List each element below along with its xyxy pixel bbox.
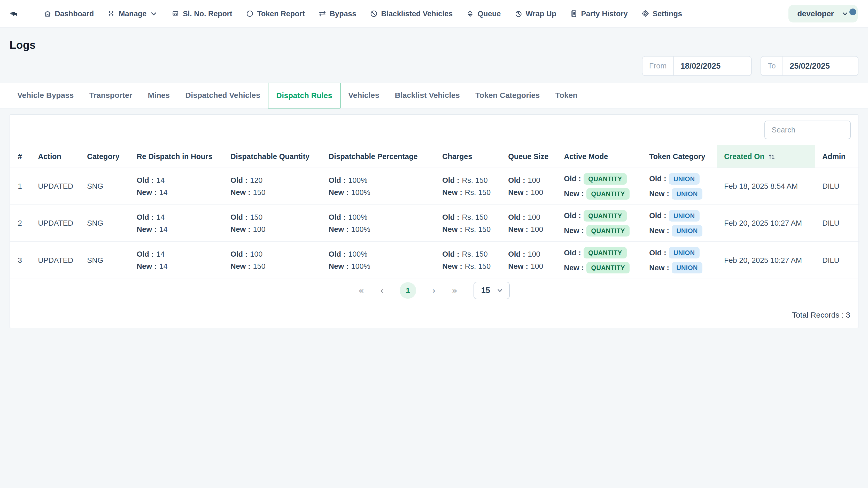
nav-item-label: Party History	[581, 9, 628, 18]
column-header-percentage: Dispatchable Percentage	[321, 145, 435, 168]
history-icon	[514, 9, 523, 18]
prev-page-button[interactable]: ‹	[380, 286, 383, 295]
column-header-charges: Charges	[435, 145, 501, 168]
cell-action: UPDATED	[31, 205, 80, 242]
nav-item-bypass[interactable]: Bypass	[312, 9, 363, 18]
nav-item-sl-no-report[interactable]: Sl. No. Report	[164, 9, 239, 18]
value-text: 100	[531, 188, 543, 197]
old-new-label: Old :	[230, 250, 247, 258]
cell-redispatch: Old :14New :14	[129, 168, 223, 205]
value-text: Rs. 150	[462, 176, 488, 185]
brand-logo[interactable]	[10, 9, 19, 18]
old-new-line: New :UNION	[649, 225, 717, 236]
value-badge: UNION	[669, 210, 700, 222]
old-new-line: New :Rs. 150	[442, 262, 501, 270]
old-new-label: Old :	[564, 249, 581, 257]
chevron-down-icon	[496, 287, 503, 294]
column-header-category: Category	[80, 145, 129, 168]
old-new-line: New :100	[508, 262, 557, 270]
cell-token_category: Old :UNIONNew :UNION	[642, 205, 717, 242]
old-new-label: New :	[508, 225, 528, 234]
nav-item-wrap-up[interactable]: Wrap Up	[507, 9, 563, 18]
value-text: 150	[250, 213, 262, 222]
old-new-label: Old :	[137, 250, 154, 258]
logs-card: #ActionCategoryRe Dispatch in HoursDispa…	[9, 115, 859, 328]
to-date-group: To	[761, 56, 859, 76]
value-text: 14	[156, 176, 164, 185]
value-text: 100	[250, 250, 262, 258]
current-page-indicator[interactable]: 1	[400, 282, 416, 299]
value-text: Rs. 150	[465, 188, 491, 197]
old-new-label: New :	[230, 225, 250, 234]
value-text: 100	[528, 213, 540, 222]
total-records: Total Records : 3	[792, 311, 850, 319]
column-header-created_on[interactable]: Created On	[717, 145, 815, 168]
logs-table: #ActionCategoryRe Dispatch in HoursDispa…	[10, 145, 860, 279]
nav-item-settings[interactable]: Settings	[634, 9, 689, 18]
table-row: 3UPDATEDSNGOld :14New :14Old :100New :15…	[10, 242, 860, 279]
cell-num: 3	[10, 242, 31, 279]
tab-transporter[interactable]: Transporter	[82, 83, 140, 108]
value-text: 100	[531, 225, 543, 234]
old-new-line: New :QUANTITY	[564, 188, 642, 200]
old-new-line: Old :100	[508, 213, 557, 222]
value-text: 14	[159, 225, 167, 234]
old-new-label: New :	[329, 262, 348, 270]
old-new-line: New :QUANTITY	[564, 262, 642, 273]
user-menu[interactable]: developer	[788, 5, 858, 23]
old-new-label: Old :	[442, 176, 459, 185]
cell-category: SNG	[80, 168, 129, 205]
value-text: 100	[531, 262, 543, 270]
value-text: 100%	[348, 250, 367, 258]
tab-dispatch-rules[interactable]: Dispatch Rules	[268, 83, 340, 108]
old-new-label: Old :	[508, 213, 525, 222]
value-text: 100%	[351, 225, 370, 234]
old-new-line: New :100	[508, 188, 557, 197]
search-input[interactable]	[765, 121, 851, 139]
nav-item-token-report[interactable]: Token Report	[239, 9, 312, 18]
next-page-button[interactable]: ›	[432, 286, 436, 295]
user-name: developer	[797, 9, 834, 18]
tab-vehicles[interactable]: Vehicles	[340, 83, 387, 108]
old-new-label: Old :	[137, 213, 154, 222]
old-new-label: New :	[442, 188, 462, 197]
value-text: 150	[253, 262, 265, 270]
column-header-redispatch: Re Dispatch in Hours	[129, 145, 223, 168]
card-toolbar	[10, 115, 858, 145]
tab-vehicle-bypass[interactable]: Vehicle Bypass	[9, 83, 82, 108]
queue-triangles-icon	[466, 9, 474, 18]
cell-token_category: Old :UNIONNew :UNION	[642, 242, 717, 279]
tab-blacklist-vehicles[interactable]: Blacklist Vehicles	[387, 83, 468, 108]
old-new-label: Old :	[230, 176, 247, 185]
page-size-select[interactable]: 15	[473, 282, 510, 299]
old-new-label: Old :	[508, 176, 525, 185]
nav-item-dashboard[interactable]: Dashboard	[37, 9, 100, 18]
nav-item-manage[interactable]: Manage	[100, 9, 164, 18]
cell-num: 2	[10, 205, 31, 242]
sort-asc-icon	[768, 153, 775, 160]
nav-item-party-history[interactable]: Party History	[563, 9, 634, 18]
old-new-line: Old :QUANTITY	[564, 210, 642, 222]
nav-item-label: Bypass	[330, 9, 356, 18]
nav-item-blacklisted-vehicles[interactable]: Blacklisted Vehicles	[363, 9, 459, 18]
old-new-line: New :UNION	[649, 262, 717, 273]
first-page-button[interactable]: «	[358, 286, 364, 295]
tab-token[interactable]: Token	[548, 83, 585, 108]
tab-dispatched-vehicles[interactable]: Dispatched Vehicles	[178, 83, 268, 108]
tab-mines[interactable]: Mines	[140, 83, 178, 108]
car-icon	[171, 9, 180, 18]
old-new-line: New :Rs. 150	[442, 188, 501, 197]
old-new-line: Old :100	[508, 176, 557, 185]
from-date-input[interactable]	[674, 61, 751, 71]
nav-item-queue[interactable]: Queue	[459, 9, 507, 18]
old-new-label: New :	[564, 190, 584, 198]
date-filters: From To	[9, 56, 859, 76]
column-header-action: Action	[31, 145, 80, 168]
value-badge: QUANTITY	[586, 188, 629, 200]
to-date-input[interactable]	[783, 61, 858, 71]
cell-quantity: Old :150New :100	[223, 205, 321, 242]
value-text: 100	[528, 250, 540, 258]
last-page-button[interactable]: »	[452, 286, 458, 295]
tab-token-categories[interactable]: Token Categories	[468, 83, 548, 108]
status-dot	[849, 8, 856, 15]
